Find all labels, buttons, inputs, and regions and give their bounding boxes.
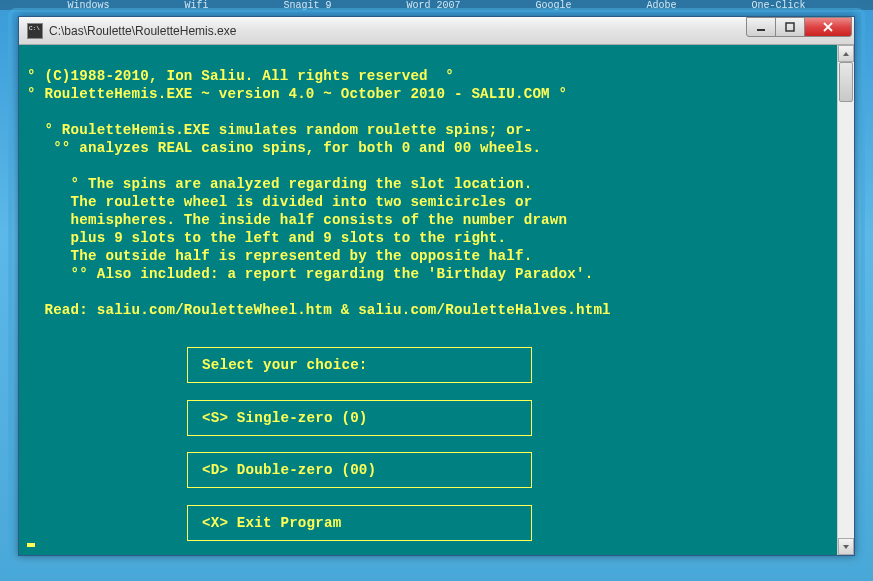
console-line: hemispheres. The inside half consists of… bbox=[27, 212, 567, 228]
maximize-button[interactable] bbox=[775, 17, 805, 37]
taskbar-item[interactable]: Adobe bbox=[646, 0, 676, 10]
desktop-taskbar: Windows Wifi Snagit 9 Word 2007 Google A… bbox=[0, 0, 873, 10]
svg-rect-0 bbox=[757, 29, 765, 31]
console-area: ° (C)1988-2010, Ion Saliu. All rights re… bbox=[19, 45, 854, 555]
svg-rect-1 bbox=[786, 23, 794, 31]
close-icon bbox=[822, 21, 834, 33]
choice-menu: Select your choice: <S> Single-zero (0) … bbox=[187, 329, 532, 555]
taskbar-item[interactable]: Snagit 9 bbox=[283, 0, 331, 10]
chevron-down-icon bbox=[842, 543, 850, 551]
window-controls bbox=[747, 17, 852, 37]
close-button[interactable] bbox=[804, 17, 852, 37]
taskbar-item[interactable]: Google bbox=[535, 0, 571, 10]
console-line: The roulette wheel is divided into two s… bbox=[27, 194, 532, 210]
console-line: ° RouletteHemis.EXE simulates random rou… bbox=[27, 122, 532, 138]
maximize-icon bbox=[785, 22, 795, 32]
scroll-down-button[interactable] bbox=[838, 538, 854, 555]
titlebar[interactable]: C:\bas\Roulette\RouletteHemis.exe bbox=[19, 17, 854, 45]
console-line: The outside half is represented by the o… bbox=[27, 248, 532, 264]
console-line: ° (C)1988-2010, Ion Saliu. All rights re… bbox=[27, 68, 454, 84]
console-line: ° RouletteHemis.EXE ~ version 4.0 ~ Octo… bbox=[27, 86, 567, 102]
console-window: C:\bas\Roulette\RouletteHemis.exe ° (C)1… bbox=[18, 16, 855, 556]
menu-option-single-zero[interactable]: <S> Single-zero (0) bbox=[187, 400, 532, 436]
console-line: Read: saliu.com/RouletteWheel.htm & sali… bbox=[27, 302, 611, 318]
menu-header: Select your choice: bbox=[187, 347, 532, 383]
taskbar-item[interactable]: Wifi bbox=[184, 0, 208, 10]
vertical-scrollbar[interactable] bbox=[837, 45, 854, 555]
taskbar-item[interactable]: Windows bbox=[67, 0, 109, 10]
taskbar-item[interactable]: One-Click bbox=[751, 0, 805, 10]
taskbar-item[interactable]: Word 2007 bbox=[406, 0, 460, 10]
console-line: ° The spins are analyzed regarding the s… bbox=[27, 176, 532, 192]
console-line: plus 9 slots to the left and 9 slots to … bbox=[27, 230, 506, 246]
minimize-icon bbox=[756, 22, 766, 32]
scroll-thumb[interactable] bbox=[839, 62, 853, 102]
cursor-icon bbox=[27, 543, 35, 547]
minimize-button[interactable] bbox=[746, 17, 776, 37]
chevron-up-icon bbox=[842, 50, 850, 58]
window-title: C:\bas\Roulette\RouletteHemis.exe bbox=[49, 24, 747, 38]
console-output[interactable]: ° (C)1988-2010, Ion Saliu. All rights re… bbox=[19, 45, 837, 555]
scroll-up-button[interactable] bbox=[838, 45, 854, 62]
console-line: °° analyzes REAL casino spins, for both … bbox=[27, 140, 541, 156]
console-line: °° Also included: a report regarding the… bbox=[27, 266, 593, 282]
app-icon bbox=[27, 23, 43, 39]
scroll-track[interactable] bbox=[838, 62, 854, 538]
menu-option-exit[interactable]: <X> Exit Program bbox=[187, 505, 532, 541]
menu-option-double-zero[interactable]: <D> Double-zero (00) bbox=[187, 452, 532, 488]
